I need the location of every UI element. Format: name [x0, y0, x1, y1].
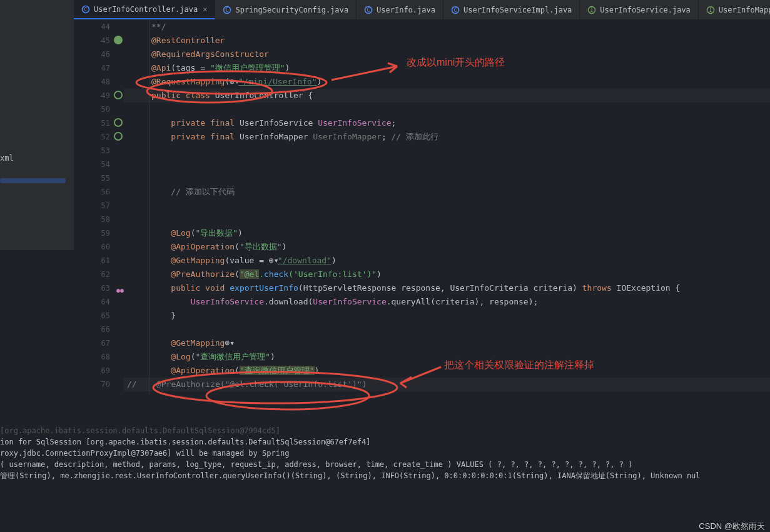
- tab-label: UserInfoServiceImpl.java: [464, 6, 572, 14]
- svg-text:C: C: [454, 8, 457, 13]
- console-line: ( username, description, method, params,…: [0, 459, 770, 470]
- console-line: 管理(String), me.zhengjie.rest.UserInfoCon…: [0, 470, 770, 481]
- console-line: roxy.jdbc.ConnectionProxyImpl@7307ae6] w…: [0, 448, 770, 459]
- tab-label: UserInfoService.java: [600, 6, 691, 14]
- annotation-text-1: 改成以mini开头的路径: [407, 56, 505, 69]
- tab-springsecurityconfig[interactable]: C SpringSecurityConfig.java: [215, 0, 357, 19]
- editor-tabs: C UserInfoController.java × C SpringSecu…: [74, 0, 770, 20]
- console-line: [org.apache.ibatis.session.defaults.Defa…: [0, 425, 770, 436]
- console-panel[interactable]: [org.apache.ibatis.session.defaults.Defa…: [0, 419, 770, 532]
- class-icon: C: [223, 6, 231, 14]
- svg-text:I: I: [590, 8, 594, 13]
- line-gutter: 44 45 46 47 48 49 50 51 52 535455565758 …: [74, 20, 124, 394]
- svg-text:C: C: [226, 8, 229, 13]
- svg-text:C: C: [367, 8, 370, 13]
- watermark: CSDN @欧然雨天: [699, 521, 765, 532]
- tab-userinfoserviceimpl[interactable]: C UserInfoServiceImpl.java: [443, 0, 580, 19]
- class-icon: C: [451, 6, 460, 14]
- class-icon: C: [364, 6, 373, 14]
- interface-icon: I: [706, 6, 715, 14]
- tree-file-xml[interactable]: xml: [0, 152, 14, 164]
- code-editor[interactable]: 44 45 46 47 48 49 50 51 52 535455565758 …: [74, 20, 770, 394]
- class-icon: C: [81, 5, 90, 14]
- project-sidebar: xml: [0, 0, 74, 250]
- interface-icon: I: [587, 6, 596, 14]
- tab-label: UserInfoController.java: [94, 5, 198, 14]
- svg-text:C: C: [84, 7, 88, 13]
- svg-text:I: I: [709, 8, 712, 13]
- tree-item-selected[interactable]: [0, 178, 66, 183]
- tab-label: UserInfoMappe: [719, 6, 770, 14]
- tab-userinfo[interactable]: C UserInfo.java: [357, 0, 443, 19]
- tab-label: UserInfo.java: [377, 6, 435, 14]
- close-icon[interactable]: ×: [203, 5, 207, 14]
- tab-userinfoservice[interactable]: I UserInfoService.java: [580, 0, 699, 19]
- tab-label: SpringSecurityConfig.java: [235, 6, 348, 14]
- annotation-text-2: 把这个相关权限验证的注解注释掉: [444, 359, 594, 372]
- tab-userinfocontroller[interactable]: C UserInfoController.java ×: [74, 0, 215, 19]
- code-content[interactable]: **/ @RestController @RequiredArgsConstru…: [124, 20, 770, 394]
- console-line: ion for SqlSession [org.apache.ibatis.se…: [0, 436, 770, 448]
- tab-userinfomapper[interactable]: I UserInfoMappe: [699, 0, 770, 19]
